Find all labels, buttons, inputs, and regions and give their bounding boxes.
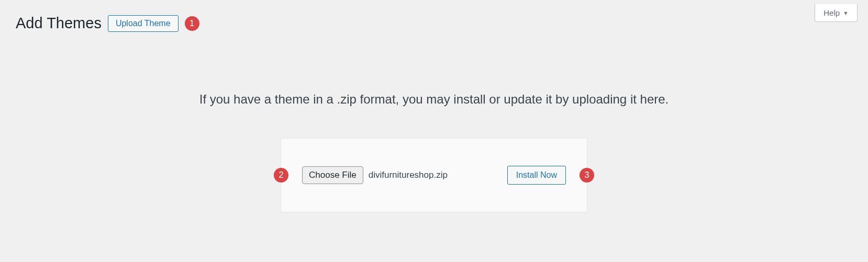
choose-file-button[interactable]: Choose File (302, 166, 363, 184)
annotation-marker-1: 1 (185, 16, 199, 31)
selected-file-name: divifurnitureshop.zip (369, 170, 448, 180)
annotation-marker-2: 2 (274, 168, 288, 183)
help-tab-label: Help (824, 8, 840, 17)
help-tab[interactable]: Help (815, 4, 858, 22)
install-now-button[interactable]: Install Now (507, 166, 566, 185)
file-input-group: Choose File divifurnitureshop.zip (302, 166, 448, 184)
page-header: Add Themes Upload Theme 1 (0, 0, 868, 32)
upload-theme-button[interactable]: Upload Theme (108, 15, 179, 32)
page-title: Add Themes (16, 15, 102, 32)
annotation-marker-3: 3 (580, 168, 594, 183)
upload-form: 2 Choose File divifurnitureshop.zip Inst… (281, 138, 587, 212)
instruction-text: If you have a theme in a .zip format, yo… (0, 92, 868, 107)
